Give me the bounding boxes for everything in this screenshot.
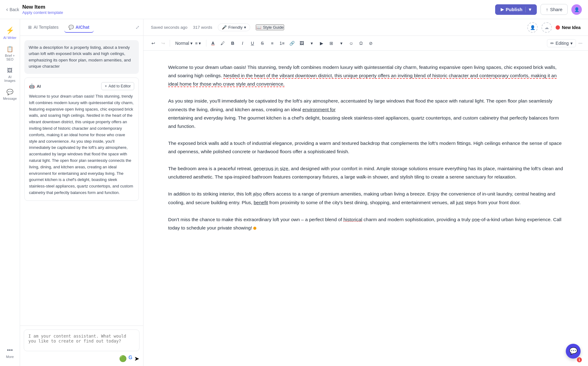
top-bar-right: ▶ Publish ▾ ↑ Share 👤	[495, 4, 582, 15]
tab-ai-templates[interactable]: ⊞ AI Templates	[24, 22, 63, 33]
ai-chat-input-area: 🟢 G ➤	[20, 326, 143, 366]
top-bar: Back New Item Apply content template ▶ P…	[0, 0, 588, 19]
user-message: Write a description for a property listi…	[24, 40, 139, 74]
main-layout: ⚡ AI Writer 📋 Brief + SEO 🖼 AI Images 💬 …	[0, 19, 588, 366]
tone-label: Friendly	[228, 25, 242, 30]
play-button[interactable]: ▶	[317, 39, 326, 48]
underline-also: also	[253, 191, 262, 196]
icon-sidebar: ⚡ AI Writer 📋 Brief + SEO 🖼 AI Images 💬 …	[0, 19, 20, 366]
italic-button[interactable]: I	[238, 39, 247, 48]
redo-button[interactable]: ↪	[159, 39, 168, 48]
share-label: Share	[550, 7, 562, 12]
chat-icon-grammarly[interactable]: 🟢	[119, 355, 127, 362]
sidebar-item-ai-images[interactable]: 🖼 AI Images	[0, 64, 20, 86]
image-button[interactable]: 🖼	[297, 39, 306, 48]
publish-label: Publish	[506, 7, 522, 12]
format-clear-button[interactable]: ⊘	[366, 39, 375, 48]
mic-icon: 🎤	[222, 25, 227, 30]
chat-icon-g[interactable]: G	[129, 355, 132, 362]
strikethrough-button[interactable]: S	[258, 39, 267, 48]
sidebar-item-brief-seo[interactable]: 📋 Brief + SEO	[0, 43, 20, 64]
image-icon: 🖼	[7, 67, 13, 74]
paragraph-2: As you step inside, you'll immediately b…	[168, 97, 563, 130]
undo-button[interactable]: ↩	[149, 39, 158, 48]
underline-benefit: benefit	[254, 200, 268, 205]
underline-generous: generous in size	[254, 166, 288, 171]
format-label: Normal	[175, 41, 189, 46]
image-chevron-icon[interactable]: ▾	[307, 39, 316, 48]
paragraph-3: The exposed brick walls add a touch of i…	[168, 139, 563, 156]
format-dropdown[interactable]: Normal ▾ ≡ ▾	[172, 40, 204, 47]
chat-send-icon[interactable]: ➤	[134, 355, 139, 362]
table-chevron-icon[interactable]: ▾	[337, 39, 346, 48]
new-idea-button[interactable]: New Idea	[556, 25, 581, 30]
tone-button[interactable]: 🎤 Friendly ▾	[218, 23, 250, 31]
ai-response-header: 🤖 AI + Add to Editor	[29, 82, 134, 90]
style-guide-label: Style Guide	[263, 25, 284, 30]
ai-templates-icon: ⊞	[28, 25, 32, 30]
sidebar-item-ai-writer[interactable]: ⚡ AI Writer	[0, 23, 20, 43]
underline-button[interactable]: U	[248, 39, 257, 48]
expand-panel-button[interactable]: ⤢	[135, 24, 139, 30]
content-template-link[interactable]: Apply content template	[22, 10, 63, 15]
publish-divider	[525, 7, 526, 12]
saved-status: Saved seconds ago	[151, 25, 188, 30]
tone-chevron-icon: ▾	[244, 25, 246, 30]
underline-just: just	[456, 200, 463, 205]
sidebar-label-brief-seo: Brief + SEO	[2, 54, 17, 61]
add-to-editor-button[interactable]: + Add to Editor	[101, 82, 134, 90]
emoji-button[interactable]: ☺	[347, 39, 355, 48]
back-button[interactable]: Back	[6, 6, 19, 13]
ai-templates-label: AI Templates	[34, 25, 59, 30]
bold-button[interactable]: B	[228, 39, 237, 48]
editing-label: Editing	[556, 41, 569, 46]
special-char-button[interactable]: Ω	[357, 39, 365, 48]
page-title: New Item	[22, 4, 63, 10]
bullet-list-button[interactable]: ≡	[268, 39, 276, 48]
toolbar-more-button[interactable]: ···	[578, 40, 582, 46]
ai-panel: ⊞ AI Templates 💬 AIChat ⤢ Write a descri…	[20, 19, 143, 366]
cursor-dot	[253, 227, 256, 230]
ai-response-text: Welcome to your dream urban oasis! This …	[29, 93, 134, 196]
sidebar-label-more: More	[6, 355, 14, 359]
share-button[interactable]: ↑ Share	[540, 4, 568, 15]
chat-support-button[interactable]: 💬	[566, 344, 581, 359]
more-icon: •••	[7, 347, 13, 354]
format-align-icon: ≡	[195, 41, 197, 46]
ai-response-content: Welcome to your dream urban oasis! This …	[29, 94, 134, 195]
book-icon: 📖	[256, 25, 261, 30]
pencil-icon: ✏	[550, 41, 554, 46]
ai-panel-content: Write a description for a property listi…	[20, 36, 143, 326]
lightning-icon: ⚡	[6, 27, 14, 35]
numbered-list-button[interactable]: 1≡	[278, 39, 286, 48]
link-button[interactable]: 🔗	[288, 39, 296, 48]
sidebar-label-ai-images: AI Images	[2, 75, 17, 82]
add-to-editor-label: Add to Editor	[109, 84, 131, 88]
editor-top-bar: Saved seconds ago 317 words 🎤 Friendly ▾…	[143, 19, 588, 36]
sidebar-item-more[interactable]: ••• More	[0, 344, 20, 362]
user-circle-button[interactable]: 👤	[527, 22, 538, 33]
chat-input[interactable]	[24, 330, 139, 351]
avatar[interactable]: 👤	[571, 4, 582, 15]
underline-environment: environment for	[302, 107, 336, 112]
highlight-button[interactable]: 🖊	[218, 39, 227, 48]
paragraph-1: Welcome to your dream urban oasis! This …	[168, 63, 563, 88]
new-idea-label: New Idea	[562, 25, 581, 30]
publish-play-icon: ▶	[501, 7, 504, 12]
cloud-circle-button[interactable]: ☁	[541, 22, 552, 33]
text-color-button[interactable]: A	[209, 39, 217, 48]
sidebar-item-message[interactable]: 💬 Message	[0, 86, 20, 103]
editing-dropdown[interactable]: ✏ Editing ▾	[547, 39, 576, 47]
tab-aichat[interactable]: 💬 AIChat	[64, 22, 94, 33]
table-button[interactable]: ⊞	[327, 39, 336, 48]
grammar-highlight-1: Nestled in the heart of the vibrant down…	[168, 73, 557, 87]
publish-button[interactable]: ▶ Publish ▾	[495, 4, 537, 15]
chat-footer: 🟢 G ➤	[24, 355, 139, 362]
word-count: 317 words	[193, 25, 212, 30]
style-guide-button[interactable]: 📖 Style Guide	[256, 24, 284, 30]
toolbar-divider-2	[206, 40, 206, 47]
toolbar-divider-1	[170, 40, 170, 47]
brief-icon: 📋	[6, 46, 13, 53]
editor-content[interactable]: Welcome to your dream urban oasis! This …	[143, 51, 588, 366]
ai-label-text: AI	[37, 84, 41, 89]
